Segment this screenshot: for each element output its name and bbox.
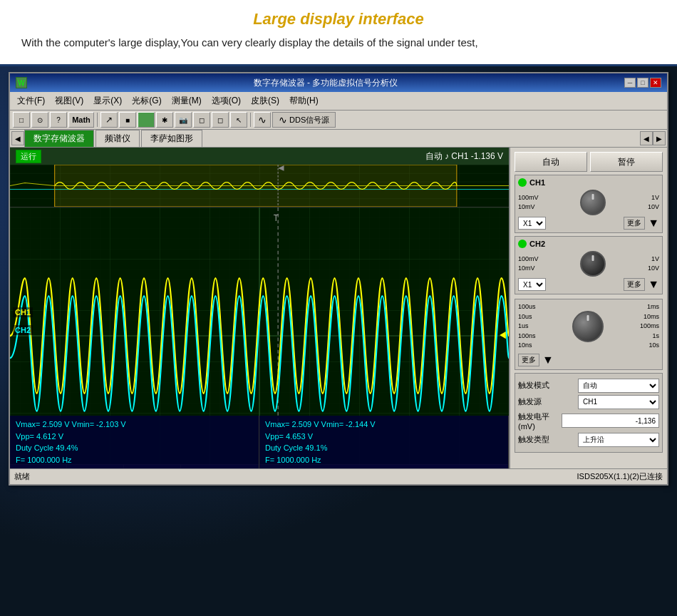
top-section: Large display interface With the compute… <box>0 0 677 66</box>
ch2-dropdown-icon: ▼ <box>648 278 659 291</box>
osc-display: 运行 自动 ♪ CH1 -1.136 V <box>10 148 510 468</box>
tab-nav-left[interactable]: ◀ <box>11 131 24 145</box>
status-right: ISDS205X(1.1)(2)已连接 <box>577 471 663 482</box>
ch2-knob-bot-right: 10V <box>648 264 659 273</box>
ch2-coupling-select[interactable]: X1 <box>518 278 546 291</box>
menu-options[interactable]: 选项(O) <box>207 93 245 108</box>
ch1-coupling-select[interactable]: X1 <box>518 217 546 230</box>
tab-nav-prev[interactable]: ◀ <box>640 131 653 145</box>
running-badge: 运行 <box>16 150 41 163</box>
svg-text:T: T <box>274 212 279 223</box>
time-more-row: 更多 ▼ <box>518 354 659 366</box>
tab-oscilloscope[interactable]: 数字存储波器 <box>24 130 94 147</box>
tab-nav-next[interactable]: ▶ <box>653 131 666 145</box>
right-panel: 自动 暂停 CH1 100mV 10mV <box>510 148 667 468</box>
ch2-knob-labels-left: 100mV 10mV <box>518 255 539 272</box>
tool-help[interactable]: ? <box>50 112 67 128</box>
ch2-indicator <box>518 240 527 248</box>
title-bar: W 数字存储波器 - 多功能虚拟信号分析仪 ─ □ ✕ <box>10 73 667 92</box>
trigger-mode-label: 触发模式 <box>518 380 575 391</box>
time-labels-right: 1ms 10ms 100ms 1s 10s <box>640 302 659 351</box>
tool-color[interactable] <box>138 112 155 128</box>
trigger-type-row: 触发类型 上升沿 <box>518 433 659 447</box>
trigger-mode-row: 触发模式 自动 <box>518 379 659 393</box>
tool-open[interactable]: ⊙ <box>31 112 48 128</box>
meas-block-2: Vmax= 2.509 V Vmin= -2.144 V Vpp= 4.653 … <box>259 416 509 468</box>
time-label-10ms: 10ms <box>640 312 659 322</box>
tool-wave[interactable]: ∿ <box>254 112 271 128</box>
subtitle-text: With the computer's large display,You ca… <box>21 34 656 51</box>
ch1-control: CH1 100mV 10mV 1V 10V <box>515 175 663 233</box>
ch1-knob-row: 100mV 10mV 1V 10V <box>518 190 659 215</box>
dds-label: DDS信号源 <box>289 115 329 125</box>
meas1-line2: Vpp= 4.612 V <box>16 431 253 443</box>
ch1-knob-labels-left: 100mV 10mV <box>518 193 539 211</box>
status-left: 就绪 <box>14 471 30 482</box>
mini-view <box>10 165 509 207</box>
window-buttons: ─ □ ✕ <box>624 78 661 88</box>
meas1-line3: Duty Cycle 49.4% <box>16 442 253 454</box>
osc-header-info: 自动 ♪ CH1 -1.136 V <box>425 150 503 163</box>
time-label-100ms: 100ms <box>640 322 659 332</box>
trigger-source-select[interactable]: CH1 <box>578 395 659 409</box>
tool-arrow[interactable]: ↖ <box>230 112 247 128</box>
dds-icon: ∿ <box>279 114 287 125</box>
osc-window: W 数字存储波器 - 多功能虚拟信号分析仪 ─ □ ✕ 文件(F) 视图(V) … <box>9 72 668 486</box>
trigger-level-row: 触发电平(mV) <box>518 411 659 431</box>
measurements-overlay: Vmax= 2.509 V Vmin= -2.103 V Vpp= 4.612 … <box>10 416 509 468</box>
math-button[interactable]: Math <box>68 112 94 128</box>
trigger-source-label: 触发源 <box>518 396 575 407</box>
ch1-knob-top-left: 100mV <box>518 193 539 202</box>
menu-cursor[interactable]: 光标(G) <box>128 93 165 108</box>
tool-camera[interactable]: 📷 <box>175 112 192 128</box>
trigger-type-select[interactable]: 上升沿 <box>578 433 659 447</box>
menu-display[interactable]: 显示(X) <box>89 93 126 108</box>
ch2-gain-knob[interactable] <box>580 251 606 277</box>
menu-measure[interactable]: 测量(M) <box>167 93 206 108</box>
time-label-10ns: 10ns <box>518 341 536 351</box>
ch1-more-button[interactable]: 更多 <box>624 217 645 230</box>
tab-spectrum[interactable]: 频谱仪 <box>95 130 140 147</box>
auto-button[interactable]: 自动 <box>515 152 587 172</box>
trigger-level-input[interactable] <box>562 414 659 428</box>
ch1-knob-bot-left: 10mV <box>518 202 539 212</box>
ch2-knob-row: 100mV 10mV 1V 10V <box>518 251 659 277</box>
menu-help[interactable]: 帮助(H) <box>285 93 323 108</box>
time-knob[interactable] <box>572 311 604 342</box>
tool-new[interactable]: □ <box>13 112 30 128</box>
ch1-gain-knob[interactable] <box>580 190 606 215</box>
app-status-bar: 就绪 ISDS205X(1.1)(2)已连接 <box>10 468 667 484</box>
close-button[interactable]: ✕ <box>650 78 661 88</box>
toolbar: □ ⊙ ? Math ↗ ■ ✱ 📷 ◻ ◻ ↖ ∿ ∿ DDS信号源 <box>10 111 667 130</box>
time-label-10s: 10s <box>640 341 659 351</box>
trigger-mode-select[interactable]: 自动 <box>578 379 659 393</box>
time-control: 100us 10us 1us 100ns 10ns 1ms 10ms 100ms… <box>515 299 663 370</box>
tab-lissajous[interactable]: 李萨如图形 <box>141 130 202 147</box>
tool-square1[interactable]: ◻ <box>193 112 210 128</box>
ch1-knob-labels-right: 1V 10V <box>648 193 659 211</box>
tool-square2[interactable]: ◻ <box>212 112 229 128</box>
ap-buttons: 自动 暂停 <box>515 152 663 172</box>
time-more-button[interactable]: 更多 <box>518 354 539 366</box>
ch2-control: CH2 100mV 10mV 1V 10V <box>515 236 663 294</box>
tool-asterisk[interactable]: ✱ <box>156 112 173 128</box>
ch1-header: CH1 <box>518 178 659 187</box>
time-label-100ns: 100ns <box>518 332 536 342</box>
ch2-more-button[interactable]: 更多 <box>624 278 645 291</box>
menu-skin[interactable]: 皮肤(S) <box>247 93 284 108</box>
menu-view[interactable]: 视图(V) <box>51 93 88 108</box>
menu-file[interactable]: 文件(F) <box>13 93 49 108</box>
ch1-dropdown-icon: ▼ <box>648 217 659 230</box>
ch2-channel-label: CH2 <box>13 325 33 335</box>
tool-rect[interactable]: ■ <box>119 112 136 128</box>
maximize-button[interactable]: □ <box>637 78 648 88</box>
meas2-line3: Duty Cycle 49.1% <box>265 442 502 454</box>
ch1-knob-bot-right: 10V <box>648 202 659 212</box>
pause-button[interactable]: 暂停 <box>590 152 663 172</box>
ch2-knob-top-left: 100mV <box>518 255 539 264</box>
dds-button[interactable]: ∿ DDS信号源 <box>272 112 336 128</box>
time-label-100us: 100us <box>518 302 536 312</box>
minimize-button[interactable]: ─ <box>624 78 636 88</box>
meas1-line4: F= 1000.000 Hz <box>16 454 253 466</box>
tool-cursor-diag[interactable]: ↗ <box>100 112 118 128</box>
